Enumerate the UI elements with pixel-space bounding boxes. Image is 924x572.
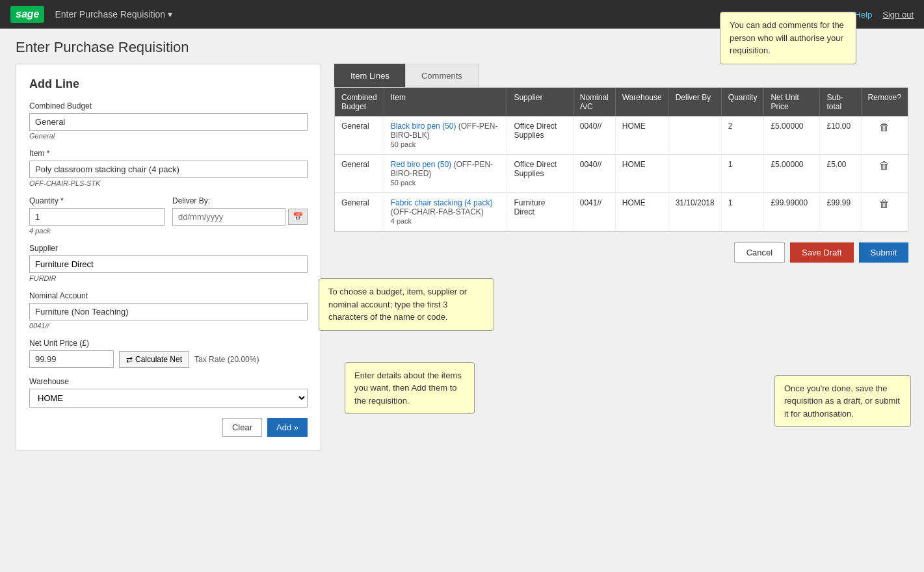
tax-rate-label: Tax Rate (20.00%) xyxy=(194,355,259,364)
deliver-by-label: Deliver By: xyxy=(172,196,308,205)
item-pack-1: 50 pack xyxy=(391,179,416,187)
item-pack-0: 50 pack xyxy=(391,140,416,148)
table-row: General Fabric chair stacking (4 pack) (… xyxy=(335,193,908,231)
cell-supplier-2: Furniture Direct xyxy=(507,193,573,231)
cell-subtotal-0: £10.00 xyxy=(820,116,861,155)
col-supplier: Supplier xyxy=(507,88,573,116)
item-input[interactable] xyxy=(29,161,308,178)
sage-logo: sage xyxy=(10,6,44,23)
calendar-button[interactable]: 📅 xyxy=(288,209,308,225)
delete-icon-0[interactable]: 🗑 xyxy=(879,122,890,133)
cell-supplier-0: Office Direct Supplies xyxy=(507,116,573,155)
net-price-field: Net Unit Price (£) ⇄ Calculate Net Tax R… xyxy=(29,339,308,368)
item-code-2: (OFF-CHAIR-FAB-STACK) xyxy=(391,207,484,216)
table-row: General Red biro pen (50) (OFF-PEN-BIRO-… xyxy=(335,155,908,193)
item-link-0[interactable]: Black biro pen (50) xyxy=(391,122,456,131)
cell-net-price-0: £5.00000 xyxy=(764,116,820,155)
cell-deliver-by-1 xyxy=(668,155,721,193)
supplier-sub: FURDIR xyxy=(29,274,308,282)
col-item: Item xyxy=(384,88,507,116)
cell-warehouse-0: HOME xyxy=(615,116,668,155)
add-line-title: Add Line xyxy=(29,77,308,91)
cell-subtotal-1: £5.00 xyxy=(820,155,861,193)
quantity-input[interactable] xyxy=(29,208,165,226)
tooltip-add: Enter details about the items you want, … xyxy=(345,362,475,415)
cell-deliver-by-2: 31/10/2018 xyxy=(668,193,721,231)
cell-net-price-1: £5.00000 xyxy=(764,155,820,193)
item-link-1[interactable]: Red biro pen (50) xyxy=(391,160,451,169)
save-draft-button[interactable]: Save Draft xyxy=(790,242,853,263)
net-price-label: Net Unit Price (£) xyxy=(29,339,308,348)
tooltip-add-text: Enter details about the items you want, … xyxy=(354,370,462,406)
deliver-by-input[interactable] xyxy=(172,208,285,226)
warehouse-field: Warehouse HOME xyxy=(29,377,308,408)
item-label: Item * xyxy=(29,149,308,158)
cell-remove-2[interactable]: 🗑 xyxy=(861,193,908,231)
item-link-2[interactable]: Fabric chair stacking (4 pack) xyxy=(391,198,493,207)
cell-remove-1[interactable]: 🗑 xyxy=(861,155,908,193)
add-button[interactable]: Add » xyxy=(267,418,308,437)
clear-button[interactable]: Clear xyxy=(222,418,262,437)
cell-subtotal-2: £99.99 xyxy=(820,193,861,231)
calculate-net-label: Calculate Net xyxy=(135,355,182,364)
supplier-field: Supplier FURDIR xyxy=(29,244,308,282)
add-line-panel: Add Line Combined Budget General Item * … xyxy=(16,64,321,450)
main-content: Add Line Combined Budget General Item * … xyxy=(0,64,924,466)
net-price-input[interactable] xyxy=(29,350,114,368)
cell-budget-1: General xyxy=(335,155,384,193)
bottom-bar: Cancel Save Draft Submit xyxy=(334,242,908,263)
cell-budget-2: General xyxy=(335,193,384,231)
combined-budget-input[interactable] xyxy=(29,113,308,131)
item-field: Item * OFF-CHAIR-PLS-STK xyxy=(29,149,308,187)
combined-budget-field: Combined Budget General xyxy=(29,101,308,140)
cell-nominal-1: 0040// xyxy=(573,155,615,193)
app-title[interactable]: Enter Purchase Requisition xyxy=(55,9,172,20)
col-deliver-by: Deliver By xyxy=(668,88,721,116)
sign-out-link[interactable]: Sign out xyxy=(882,10,914,20)
delete-icon-2[interactable]: 🗑 xyxy=(879,198,890,209)
cell-item-0: Black biro pen (50) (OFF-PEN-BIRO-BLK) 5… xyxy=(384,116,507,155)
warehouse-label: Warehouse xyxy=(29,377,308,386)
quantity-field: Quantity * 4 pack xyxy=(29,196,165,235)
col-quantity: Quantity xyxy=(721,88,764,116)
tab-comments[interactable]: Comments xyxy=(405,64,479,87)
nominal-account-field: Nominal Account 0041// xyxy=(29,291,308,330)
cell-supplier-1: Office Direct Supplies xyxy=(507,155,573,193)
qty-deliver-row: Quantity * 4 pack Deliver By: 📅 xyxy=(29,196,308,244)
cell-quantity-0: 2 xyxy=(721,116,764,155)
warehouse-select[interactable]: HOME xyxy=(29,389,308,408)
nominal-account-sub: 0041// xyxy=(29,322,308,330)
cancel-button[interactable]: Cancel xyxy=(734,242,785,263)
action-row: Clear Add » xyxy=(29,418,308,437)
tab-item-lines[interactable]: Item Lines xyxy=(334,64,406,87)
tooltip-submit: Once you're done, save the requisition a… xyxy=(774,375,911,428)
combined-budget-sub: General xyxy=(29,132,308,140)
help-link[interactable]: Help xyxy=(855,10,873,20)
date-wrapper: 📅 xyxy=(172,208,308,226)
col-subtotal: Sub-total xyxy=(820,88,861,116)
col-nominal: NominalA/C xyxy=(573,88,615,116)
table-wrapper: CombinedBudget Item Supplier NominalA/C … xyxy=(334,87,908,232)
deliver-by-field: Deliver By: 📅 xyxy=(172,196,308,235)
cell-warehouse-2: HOME xyxy=(615,193,668,231)
col-net-price: Net Unit Price xyxy=(764,88,820,116)
cell-remove-0[interactable]: 🗑 xyxy=(861,116,908,155)
item-sub: OFF-CHAIR-PLS-STK xyxy=(29,179,308,187)
tabs: Item Lines Comments xyxy=(334,64,908,87)
cell-nominal-0: 0040// xyxy=(573,116,615,155)
cell-budget-0: General xyxy=(335,116,384,155)
tooltip-budget: To choose a budget, item, supplier or no… xyxy=(319,278,494,331)
tooltip-comments-text: You can add comments for the person who … xyxy=(730,20,844,55)
nominal-account-label: Nominal Account xyxy=(29,291,308,300)
col-combined-budget: CombinedBudget xyxy=(335,88,384,116)
supplier-input[interactable] xyxy=(29,255,308,273)
tooltip-budget-text: To choose a budget, item, supplier or no… xyxy=(328,287,467,322)
calculate-net-button[interactable]: ⇄ Calculate Net xyxy=(119,351,189,368)
nominal-account-input[interactable] xyxy=(29,303,308,320)
cell-item-1: Red biro pen (50) (OFF-PEN-BIRO-RED) 50 … xyxy=(384,155,507,193)
delete-icon-1[interactable]: 🗑 xyxy=(879,160,890,171)
tooltip-submit-text: Once you're done, save the requisition a… xyxy=(784,384,900,419)
cell-warehouse-1: HOME xyxy=(615,155,668,193)
submit-button[interactable]: Submit xyxy=(859,242,908,263)
header-left: sage Enter Purchase Requisition xyxy=(10,6,172,23)
